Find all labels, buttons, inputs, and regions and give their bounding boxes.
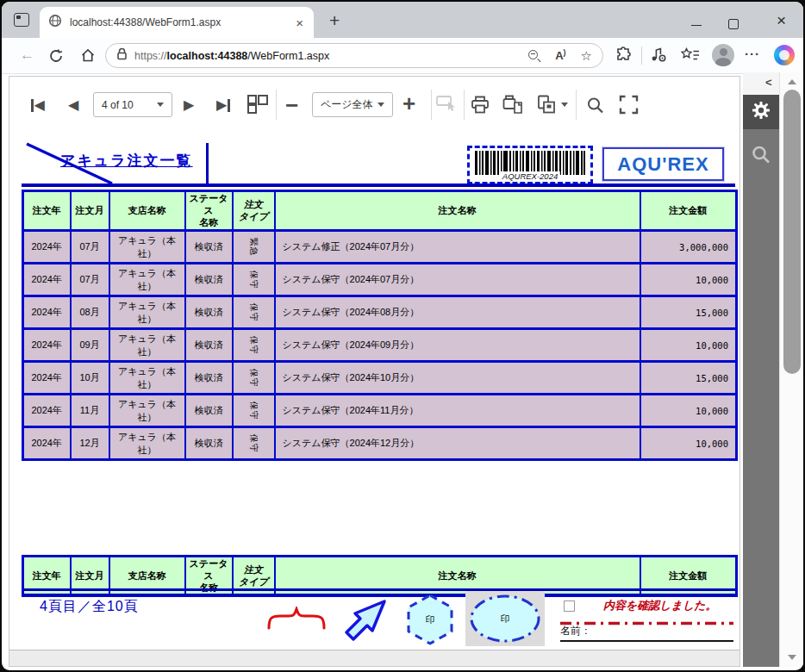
screenshot-root: localhost:44388/WebForm1.aspx × + × ← ht… (0, 0, 805, 672)
gear-icon (752, 102, 770, 122)
table-header-row: 注文年 注文月 支店名称 ステータス 名称 注文 タイプ 注文名称 注文金額 (23, 191, 737, 231)
previous-page-button[interactable]: ◀ (68, 98, 78, 112)
zoom-out-button[interactable]: − (285, 94, 298, 116)
scroll-up-icon[interactable] (788, 79, 796, 84)
last-page-button[interactable]: ▶ (216, 98, 230, 112)
col-order-amount: 注文金額 (640, 191, 737, 231)
tab-title: localhost:44388/WebForm1.aspx (70, 16, 294, 28)
table-row: 2024年07月アキュラ（本社）検収済緊急システム修正（2024年07月分）3,… (23, 231, 737, 264)
next-page-button[interactable]: ▶ (184, 98, 194, 112)
header-divider-line (206, 143, 209, 184)
report-title: アキュラ注文一覧 (60, 151, 193, 171)
sidebar-tab-search[interactable] (751, 145, 771, 169)
ellipse-stamp: 印 (465, 591, 545, 646)
signature-line (560, 640, 733, 642)
workspaces-icon[interactable] (14, 13, 29, 27)
chevron-down-icon (157, 103, 164, 107)
copilot-icon[interactable] (774, 45, 795, 65)
zoom-out-indicator-icon[interactable] (528, 50, 540, 62)
export-save-icon[interactable] (537, 95, 558, 118)
url-bar[interactable]: https://localhost:44388/WebForm1.aspx A)… (105, 43, 603, 68)
table-row: 2024年11月アキュラ（本社）検収済保守システム保守（2024年11月分）10… (23, 395, 737, 427)
col-status-name: ステータス 名称 (185, 191, 233, 231)
refresh-icon[interactable] (48, 48, 64, 67)
viewer-sidebar (743, 95, 779, 667)
profile-avatar[interactable] (712, 44, 734, 66)
new-tab-button[interactable]: + (329, 10, 340, 31)
browser-tab[interactable]: localhost:44388/WebForm1.aspx × (40, 7, 314, 38)
window-maximize-button[interactable] (728, 19, 739, 29)
first-page-button[interactable]: ◀ (31, 98, 45, 112)
barcode: AQUREX-2024 (467, 146, 593, 184)
pan-select-tool-icon (436, 95, 459, 117)
window-minimize-button[interactable] (691, 25, 702, 26)
lock-icon (116, 47, 128, 64)
print-setup-icon[interactable] (502, 95, 525, 118)
company-logo: AQU'REX (602, 147, 724, 181)
chevron-down-icon (378, 103, 384, 107)
continuous-view-icon[interactable] (247, 95, 268, 115)
col-order-year: 注文年 (23, 191, 71, 231)
browser-window: localhost:44388/WebForm1.aspx × + × ← ht… (2, 2, 803, 670)
confirm-checkbox[interactable] (564, 600, 575, 612)
hexagon-stamp: 印 (404, 593, 456, 646)
barcode-label: AQUREX-2024 (500, 171, 560, 181)
stamp-label: 印 (465, 591, 545, 646)
browser-menu-icon[interactable]: ··· (745, 47, 760, 61)
back-icon[interactable]: ← (20, 47, 34, 64)
table-row: 2024年10月アキュラ（本社）検収済保守システム保守（2024年10月分）15… (23, 362, 737, 395)
confirm-text: 内容を確認しました。 (603, 598, 717, 613)
table-row: 2024年12月アキュラ（本社）検収済保守システム保守（2024年12月分）10… (23, 427, 737, 460)
col-branch-name: 支店名称 (109, 191, 185, 231)
read-aloud-icon[interactable]: A) (555, 48, 565, 62)
brace-annotation (265, 607, 328, 634)
home-icon[interactable] (80, 47, 96, 66)
col-order-type: 注文 タイプ (233, 191, 275, 231)
table-row: 2024年07月アキュラ（本社）検収済保守システム保守（2024年07月分）10… (23, 264, 737, 296)
globe-icon (48, 14, 62, 31)
favorite-star-icon[interactable]: ☆ (581, 48, 592, 64)
viewer-background (9, 650, 739, 666)
table-row: 2024年09月アキュラ（本社）検収済保守システム保守（2024年09月分）10… (23, 329, 737, 362)
url-text: https://localhost:44388/WebForm1.aspx (134, 50, 528, 62)
fullscreen-icon[interactable] (619, 95, 639, 118)
export-dropdown-icon[interactable] (561, 103, 568, 107)
page-counter: 4頁目／全10頁 (40, 598, 139, 616)
scroll-down-icon[interactable] (788, 655, 796, 660)
orders-table: 注文年 注文月 支店名称 ステータス 名称 注文 タイプ 注文名称 注文金額 2… (22, 190, 738, 461)
browser-essentials-icon[interactable] (650, 47, 667, 66)
print-icon[interactable] (471, 96, 490, 117)
stamp-label: 印 (404, 593, 456, 646)
search-icon[interactable] (586, 96, 604, 118)
window-close-button[interactable]: × (777, 11, 786, 30)
name-label: 名前： (560, 624, 591, 638)
col-order-name: 注文名称 (275, 191, 640, 231)
sidebar-header (743, 72, 779, 95)
header-rule (22, 184, 735, 187)
zoom-in-button[interactable]: + (402, 92, 415, 115)
footer-rule-thick (22, 588, 735, 591)
toolbar-divider (641, 47, 642, 65)
tab-close-icon[interactable]: × (294, 16, 305, 29)
page-number-select[interactable]: 4 of 10 (93, 92, 172, 117)
table-row: 2024年08月アキュラ（本社）検収済保守システム保守（2024年08月分）15… (23, 296, 737, 329)
arrow-annotation (338, 593, 393, 651)
col-order-month: 注文月 (71, 191, 109, 231)
collections-icon[interactable] (681, 47, 700, 66)
zoom-mode-select[interactable]: ページ全体 (312, 92, 393, 117)
sidebar-tab-settings[interactable] (743, 95, 779, 129)
collapse-sidebar-icon[interactable]: < (765, 76, 772, 89)
extensions-icon[interactable] (615, 46, 633, 66)
scrollbar-thumb[interactable] (783, 90, 801, 374)
